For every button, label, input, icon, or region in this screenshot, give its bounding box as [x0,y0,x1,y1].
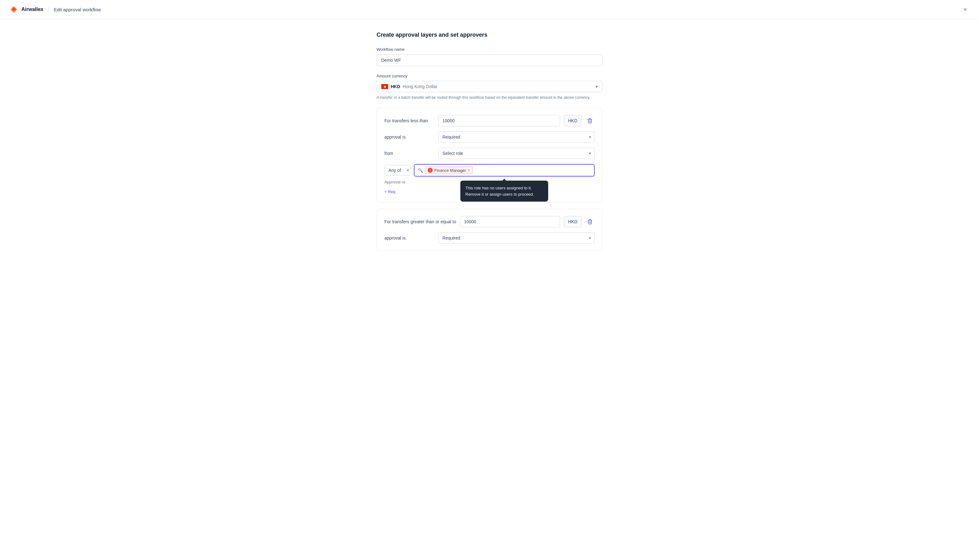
rule1-approval-row: approval is Required Not Required ▾ [384,132,595,143]
workflow-name-group: Workflow name [376,47,603,66]
rule-card-2: For transfers greater than or equal to H… [376,209,603,251]
tag-label: Finance Manager [434,168,466,173]
airwallex-logo-icon [9,4,19,15]
rule1-delete-button[interactable] [585,116,595,125]
rule1-currency-badge: HKD [564,115,581,127]
rule2-delete-button[interactable] [585,217,595,227]
rule2-approval-row: approval is Required Not Required ▾ [384,232,595,243]
workflow-name-input[interactable] [376,54,603,66]
rule2-approval-label: approval is [384,235,434,240]
trash-icon-2 [587,219,593,225]
page-title: Edit approval workflow [53,7,101,12]
amount-currency-group: Amount currency ★ HKD Hong Kong Dollar ▾… [376,74,603,100]
svg-text:★: ★ [383,85,387,88]
rule1-amount-input[interactable] [438,115,560,127]
rule1-condition-label: For transfers less than [384,118,434,123]
rule1-approval-req-row: Approval re [384,180,595,184]
tooltip-text: This role has no users assigned to it. R… [465,186,534,197]
approval-req-label: Approval re [384,180,405,184]
any-of-select[interactable]: Any of All of [384,165,411,176]
rule2-condition-label: For transfers greater than or equal to [384,219,456,224]
rule1-from-label: from [384,151,434,156]
rule2-currency-badge: HKD [564,216,581,227]
tags-input[interactable]: 🔍 ! Finance Manager × [414,164,595,177]
rule2-amount-input[interactable] [460,216,560,227]
close-button[interactable]: × [960,4,970,15]
header-left: Airwallex Edit approval workflow [9,4,101,15]
finance-manager-tag: ! Finance Manager × [425,167,473,174]
hk-flag-svg: ★ [381,84,388,89]
rule-card-1: For transfers less than HKD approval is … [376,108,603,203]
rule1-from-select[interactable]: Select role Finance Manager Admin [438,148,595,159]
rule2-approval-select[interactable]: Required Not Required [438,232,595,243]
workflow-name-label: Workflow name [376,47,603,52]
rule1-any-of-row: Any of All of ▾ 🔍 ! Finance Manager × Th… [384,164,595,177]
rule2-condition-row: For transfers greater than or equal to H… [384,216,595,227]
any-of-select-wrapper: Any of All of ▾ [384,165,411,176]
currency-code: HKD [391,84,400,89]
close-icon: × [963,6,967,13]
currency-chevron-icon: ▾ [596,84,598,89]
trash-icon [587,118,593,123]
rule2-approval-select-wrapper: Required Not Required ▾ [438,232,595,243]
section-title: Create approval layers and set approvers [376,32,603,38]
currency-helper-text: A transfer or a batch transfer will be r… [376,95,603,100]
rule1-approval-select[interactable]: Required Not Required [438,132,595,143]
main-content: Create approval layers and set approvers… [370,19,609,282]
header: Airwallex Edit approval workflow × [0,0,979,19]
tag-remove-button[interactable]: × [468,168,470,172]
currency-name: Hong Kong Dollar [403,84,596,89]
rule1-approval-label: approval is [384,135,434,140]
rule1-approval-select-wrapper: Required Not Required ▾ [438,132,595,143]
rule1-from-select-wrapper: Select role Finance Manager Admin ▾ [438,148,595,159]
logo-text: Airwallex [21,7,43,12]
tag-warning-icon: ! [428,168,433,173]
search-icon: 🔍 [418,168,423,173]
amount-currency-label: Amount currency [376,74,603,78]
tags-input-container: 🔍 ! Finance Manager × This role has no u… [414,164,595,177]
rule1-condition-row: For transfers less than HKD [384,115,595,127]
add-req-label: + Req [384,189,395,194]
add-requirement-button[interactable]: + Req [384,188,395,195]
logo: Airwallex [9,4,43,15]
hkd-flag-icon: ★ [381,84,388,89]
rule1-from-row: from Select role Finance Manager Admin ▾ [384,148,595,159]
currency-select[interactable]: ★ HKD Hong Kong Dollar ▾ [376,81,603,92]
